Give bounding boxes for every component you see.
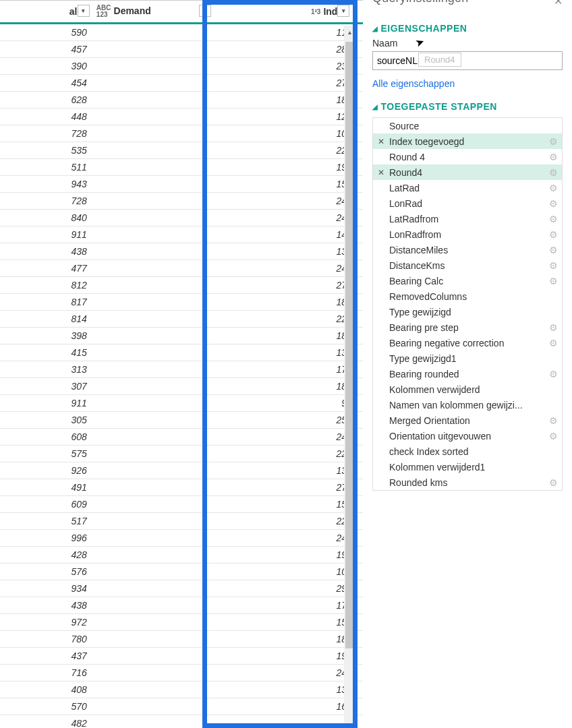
table-row[interactable]: 42819	[0, 547, 363, 564]
applied-step[interactable]: ✕Kolommen verwijderd1⚙	[373, 459, 562, 475]
table-row[interactable]: 62818	[0, 92, 363, 109]
gear-icon[interactable]: ⚙	[547, 276, 559, 286]
applied-step[interactable]: ✕Bearing rounded⚙	[373, 366, 562, 382]
gear-icon[interactable]: ⚙	[547, 183, 559, 193]
applied-step[interactable]: ✕Rounded kms⚙	[373, 475, 562, 490]
panel-title: Queryinstellingen	[372, 0, 468, 5]
table-row[interactable]: 45728	[0, 41, 363, 58]
table-row[interactable]: 43719	[0, 648, 363, 665]
table-row[interactable]: 78018	[0, 631, 363, 648]
gear-icon[interactable]: ⚙	[547, 167, 559, 178]
applied-step[interactable]: ✕Index toegevoegd⚙	[373, 133, 562, 149]
applied-step[interactable]: ✕RemovedColumns⚙	[373, 289, 562, 304]
table-row[interactable]: 43817	[0, 597, 363, 614]
applied-step[interactable]: ✕Namen van kolommen gewijzi...⚙	[373, 397, 562, 413]
table-row[interactable]: 91114	[0, 226, 363, 243]
query-name-input[interactable]	[372, 51, 563, 70]
applied-step[interactable]: ✕Type gewijzigd⚙	[373, 304, 562, 320]
applied-step[interactable]: ✕Bearing negative correction⚙	[373, 335, 562, 351]
column-filter-dropdown[interactable]: ▾	[199, 5, 211, 17]
delete-step-icon[interactable]: ✕	[376, 168, 387, 177]
gear-icon[interactable]: ⚙	[547, 229, 559, 240]
applied-step[interactable]: ✕LatRad⚙	[373, 180, 562, 195]
applied-step[interactable]: ✕LonRad⚙	[373, 195, 562, 211]
table-row[interactable]: 71624	[0, 665, 363, 681]
gear-icon[interactable]: ⚙	[547, 198, 559, 209]
column-header-value[interactable]: alue▾	[0, 1, 92, 24]
vertical-scrollbar[interactable]: ▴	[344, 26, 355, 727]
table-row[interactable]: 482	[0, 715, 363, 729]
table-row[interactable]: 30718	[0, 378, 363, 395]
column-header-index[interactable]: 1²3Index▾	[214, 1, 352, 24]
table-row[interactable]: 43813	[0, 243, 363, 260]
applied-step[interactable]: ✕check Index sorted⚙	[373, 444, 562, 459]
table-row[interactable]: 51119	[0, 159, 363, 176]
scroll-thumb[interactable]	[345, 42, 353, 648]
gear-icon[interactable]: ⚙	[547, 260, 559, 271]
cell-value: 482	[0, 715, 92, 729]
table-row[interactable]: 53522	[0, 142, 363, 159]
table-row[interactable]: 40813	[0, 681, 363, 698]
table-row[interactable]: 81422	[0, 311, 363, 328]
table-row[interactable]: 81227	[0, 277, 363, 294]
table-row[interactable]: 92613	[0, 462, 363, 479]
gear-icon[interactable]: ⚙	[547, 477, 559, 488]
table-row[interactable]: 81718	[0, 294, 363, 311]
applied-step[interactable]: ✕Merged Orientation⚙	[373, 413, 562, 428]
table-row[interactable]: 94315	[0, 176, 363, 193]
applied-step[interactable]: ✕Type gewijzigd1⚙	[373, 351, 562, 366]
table-row[interactable]: 72810	[0, 125, 363, 142]
applied-step[interactable]: ✕LatRadfrom⚙	[373, 211, 562, 226]
close-icon[interactable]: ✕	[554, 0, 563, 7]
properties-section-title[interactable]: ◢ EIGENSCHAPPEN	[372, 23, 563, 34]
table-row[interactable]: 72824	[0, 193, 363, 210]
table-row[interactable]: 51722	[0, 513, 363, 530]
applied-step[interactable]: ✕Round 4⚙	[373, 149, 562, 164]
gear-icon[interactable]: ⚙	[547, 338, 559, 348]
table-row[interactable]: 84024	[0, 210, 363, 226]
table-row[interactable]: 49127	[0, 479, 363, 496]
table-row[interactable]: 59011	[0, 24, 363, 41]
applied-step[interactable]: ✕Round4⚙	[373, 164, 562, 180]
table-row[interactable]: 39818	[0, 328, 363, 344]
table-row[interactable]: 41513	[0, 344, 363, 361]
applied-step[interactable]: ✕Source⚙	[373, 118, 562, 133]
table-row[interactable]: 60824	[0, 429, 363, 446]
gear-icon[interactable]: ⚙	[547, 214, 559, 224]
table-row[interactable]: 99624	[0, 530, 363, 547]
delete-step-icon[interactable]: ✕	[376, 137, 387, 146]
gear-icon[interactable]: ⚙	[547, 369, 559, 380]
gear-icon[interactable]: ⚙	[547, 136, 559, 147]
table-row[interactable]: 47724	[0, 260, 363, 277]
scroll-up-arrow[interactable]: ▴	[344, 26, 355, 38]
applied-step[interactable]: ✕DistanceKms⚙	[373, 257, 562, 273]
applied-step[interactable]: ✕Kolommen verwijderd⚙	[373, 382, 562, 397]
table-row[interactable]: 57610	[0, 564, 363, 580]
all-properties-link[interactable]: Alle eigenschappen	[372, 78, 455, 89]
table-row[interactable]: 93429	[0, 580, 363, 597]
applied-step[interactable]: ✕LonRadfrom⚙	[373, 226, 562, 242]
gear-icon[interactable]: ⚙	[547, 152, 559, 162]
gear-icon[interactable]: ⚙	[547, 322, 559, 333]
applied-step[interactable]: ✕Bearing Calc⚙	[373, 273, 562, 289]
applied-step[interactable]: ✕DistanceMiles⚙	[373, 242, 562, 257]
table-row[interactable]: 97215	[0, 614, 363, 631]
table-row[interactable]: 57016	[0, 698, 363, 715]
gear-icon[interactable]: ⚙	[547, 245, 559, 255]
table-row[interactable]: 44812	[0, 109, 363, 125]
applied-steps-section-title[interactable]: ◢ TOEGEPASTE STAPPEN	[372, 101, 563, 112]
table-row[interactable]: 30525	[0, 412, 363, 429]
table-row[interactable]: 9119	[0, 395, 363, 412]
gear-icon[interactable]: ⚙	[547, 415, 559, 426]
gear-icon[interactable]: ⚙	[547, 431, 559, 442]
applied-step[interactable]: ✕Orientation uitgevouwen⚙	[373, 428, 562, 444]
table-row[interactable]: 39023	[0, 58, 363, 75]
table-row[interactable]: 57522	[0, 446, 363, 462]
column-header-demand[interactable]: ABC123Demand▾	[92, 1, 214, 24]
column-filter-dropdown[interactable]: ▾	[78, 5, 90, 17]
table-row[interactable]: 60915	[0, 496, 363, 513]
column-filter-dropdown[interactable]: ▾	[337, 5, 349, 17]
table-row[interactable]: 45427	[0, 75, 363, 92]
table-row[interactable]: 31317	[0, 361, 363, 378]
applied-step[interactable]: ✕Bearing pre step⚙	[373, 320, 562, 335]
